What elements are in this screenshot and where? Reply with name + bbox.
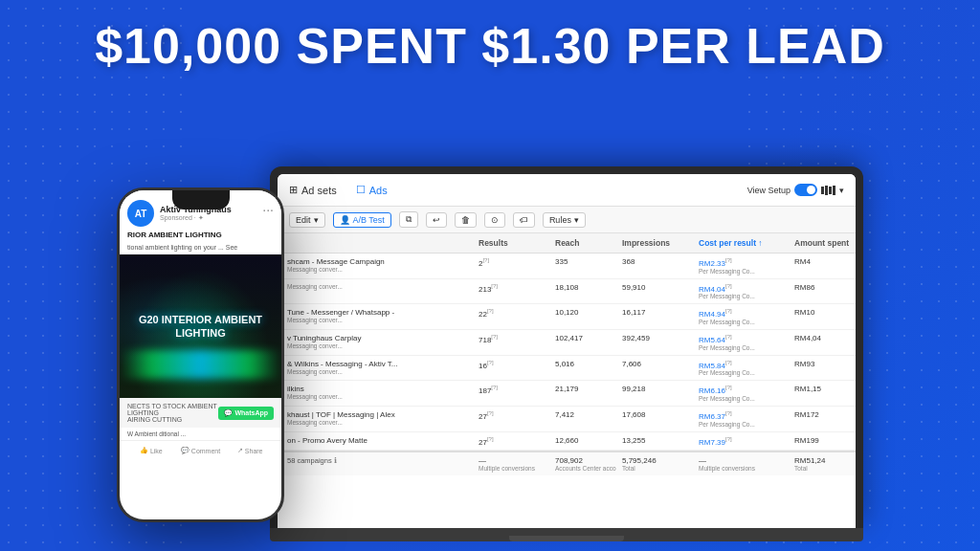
cell-reach: 18,108 (549, 279, 616, 304)
col-header-impressions[interactable]: Impressions (616, 233, 693, 253)
cell-name: khaust | TOF | Messaging | Alex Messagin… (281, 407, 473, 431)
fb-actions-bar: 👍 Like 💬 Comment ↗ Share (120, 440, 281, 460)
cell-reach: 10,120 (549, 304, 616, 329)
table-header: Results Reach Impressions Cost per resul… (278, 233, 856, 253)
cell-cpr: RM6.37[?] Per Messaging Co... (693, 407, 789, 431)
cell-name: Tune - Messenger / Whatsapp - Messaging … (281, 304, 473, 329)
fb-post-subtitle: tional ambient lighting on your ... See (120, 244, 281, 254)
fb-post-title: RIOR AMBIENT LIGHTING (120, 231, 281, 244)
cell-reach: 7,412 (549, 407, 616, 431)
fb-cta-bar: NECTS TO STOCK AMBIENT LIGHTING AIRING C… (120, 398, 281, 428)
cell-results: 213[?] (473, 279, 549, 304)
admanager-tabs: ⊞ Ad sets ☐ Ads (289, 182, 388, 198)
cell-cpr: RM5.84[?] Per Messaging Co... (693, 356, 789, 381)
ads-icon: ☐ (356, 184, 366, 196)
total-results: — Multiple conversions (473, 452, 549, 475)
total-campaigns-label: 58 campaigns ℹ (281, 452, 473, 475)
col-header-cpr[interactable]: Cost per result ↑ (693, 233, 789, 253)
laptop-base (270, 528, 863, 541)
table-row[interactable]: ilkins Messaging conver... 187[?] 21,179… (278, 381, 856, 407)
phone-screen: AT Aktiv Tuninghaus Sponsored · ✦ ··· RI… (120, 190, 281, 519)
cell-amount: RM199 (789, 432, 856, 451)
total-cpr: — Multiple conversions (693, 452, 789, 475)
cell-amount: RM172 (789, 407, 856, 431)
cell-cpr: RM5.64[?] Per Messaging Co... (693, 330, 789, 355)
total-impressions: 5,795,246 Total (616, 452, 693, 475)
cell-reach: 21,179 (549, 381, 616, 406)
cell-name: & Wilkins - Messaging - Aktiv T... Messa… (281, 356, 473, 381)
cell-results: 718[?] (473, 330, 549, 355)
fb-whatsapp-button[interactable]: 💬 WhatsApp (218, 407, 274, 420)
fb-like-button[interactable]: 👍 Like (127, 445, 175, 456)
tag-button[interactable]: 🏷 (513, 212, 535, 228)
laptop-mockup: ⊞ Ad sets ☐ Ads View Setup (270, 166, 863, 541)
undo-button[interactable]: ↩ (426, 212, 447, 228)
background: $10,000 SPENT $1.30 PER LEAD AT Aktiv Tu… (0, 0, 980, 551)
rules-button[interactable]: Rules ▾ (543, 212, 586, 228)
phone-notch (172, 190, 230, 209)
cell-reach: 102,417 (549, 330, 616, 355)
col-header-amount: Amount spent (789, 233, 856, 253)
cell-name: on - Promo Avery Matte (281, 432, 473, 451)
table-row[interactable]: & Wilkins - Messaging - Aktiv T... Messa… (278, 356, 856, 382)
ab-test-button[interactable]: 👤 A/B Test (333, 212, 391, 228)
cell-reach: 335 (549, 253, 616, 278)
total-amount: RM51,24 Total (789, 452, 856, 475)
col-header-reach[interactable]: Reach (549, 233, 616, 253)
fb-share-button[interactable]: ↗ Share (226, 445, 274, 456)
fb-sponsored-label: Sponsored · ✦ (160, 214, 256, 222)
admanager-toolbar: Edit ▾ 👤 A/B Test ⧉ ↩ 🗑 ⊙ 🏷 Rules ▾ (278, 207, 856, 233)
delete-button[interactable]: 🗑 (455, 212, 477, 228)
cell-impressions: 13,255 (616, 432, 693, 451)
cell-impressions: 368 (616, 253, 693, 278)
total-reach: 708,902 Accounts Center acco... (549, 452, 616, 475)
header-section: $10,000 SPENT $1.30 PER LEAD (0, 0, 980, 86)
col-header-results[interactable]: Results (473, 233, 549, 253)
laptop-screen: ⊞ Ad sets ☐ Ads View Setup (278, 174, 856, 528)
tab-adsets[interactable]: ⊞ Ad sets (289, 182, 337, 198)
cell-name: Messaging conver... (281, 279, 473, 304)
table-row[interactable]: khaust | TOF | Messaging | Alex Messagin… (278, 407, 856, 432)
fb-footer-text: W Ambient ditional ... (120, 428, 281, 440)
cell-results: 2[?] (473, 253, 549, 278)
fb-post-image: G20 INTERIOR AMBIENT LIGHTING (120, 254, 281, 398)
cell-amount: RM10 (789, 304, 856, 329)
duplicate-button[interactable]: ⧉ (399, 211, 418, 228)
view-setup-control[interactable]: View Setup ▾ (747, 184, 844, 196)
cell-amount: RM4 (789, 253, 856, 278)
adsets-icon: ⊞ (289, 184, 298, 196)
fb-comment-button[interactable]: 💬 Comment (177, 445, 225, 456)
table-row[interactable]: shcam - Message Campaign Messaging conve… (278, 253, 856, 279)
campaigns-table: Results Reach Impressions Cost per resul… (278, 233, 856, 475)
cell-cpr: RM2.33[?] Per Messaging Co... (693, 253, 789, 278)
devices-container: AT Aktiv Tuninghaus Sponsored · ✦ ··· RI… (0, 86, 980, 541)
cell-cpr: RM4.94[?] Per Messaging Co... (693, 304, 789, 329)
cell-results: 27[?] (473, 432, 549, 451)
phone-mockup: AT Aktiv Tuninghaus Sponsored · ✦ ··· RI… (117, 187, 284, 522)
edit-button[interactable]: Edit ▾ (289, 212, 325, 228)
fb-image-overlay-text: G20 INTERIOR AMBIENT LIGHTING (139, 313, 262, 341)
col-header-name (281, 233, 473, 253)
cell-results: 187[?] (473, 381, 549, 406)
dropdown-icon: ▾ (839, 186, 844, 195)
table-row[interactable]: on - Promo Avery Matte 27[?] 12,660 13,2… (278, 432, 856, 452)
cell-reach: 12,660 (549, 432, 616, 451)
cell-name: ilkins Messaging conver... (281, 381, 473, 406)
view-setup-toggle[interactable] (794, 184, 817, 196)
columns-icon (821, 186, 835, 195)
table-row[interactable]: Messaging conver... 213[?] 18,108 59,910… (278, 279, 856, 305)
tab-ads[interactable]: ☐ Ads (356, 182, 388, 198)
cell-impressions: 99,218 (616, 381, 693, 406)
fb-more-options[interactable]: ··· (262, 202, 274, 217)
table-row[interactable]: Tune - Messenger / Whatsapp - Messaging … (278, 304, 856, 330)
cell-impressions: 59,910 (616, 279, 693, 304)
table-row[interactable]: v Tuninghaus Carplay Messaging conver...… (278, 330, 856, 356)
table-total-row: 58 campaigns ℹ — Multiple conversions 70… (278, 451, 856, 475)
cell-amount: RM1,15 (789, 381, 856, 406)
fb-avatar: AT (127, 200, 154, 227)
cell-results: 27[?] (473, 407, 549, 431)
ambient-light-effect (120, 350, 281, 379)
table-rows-container: shcam - Message Campaign Messaging conve… (278, 253, 856, 451)
cell-reach: 5,016 (549, 356, 616, 381)
preview-button[interactable]: ⊙ (484, 212, 505, 228)
